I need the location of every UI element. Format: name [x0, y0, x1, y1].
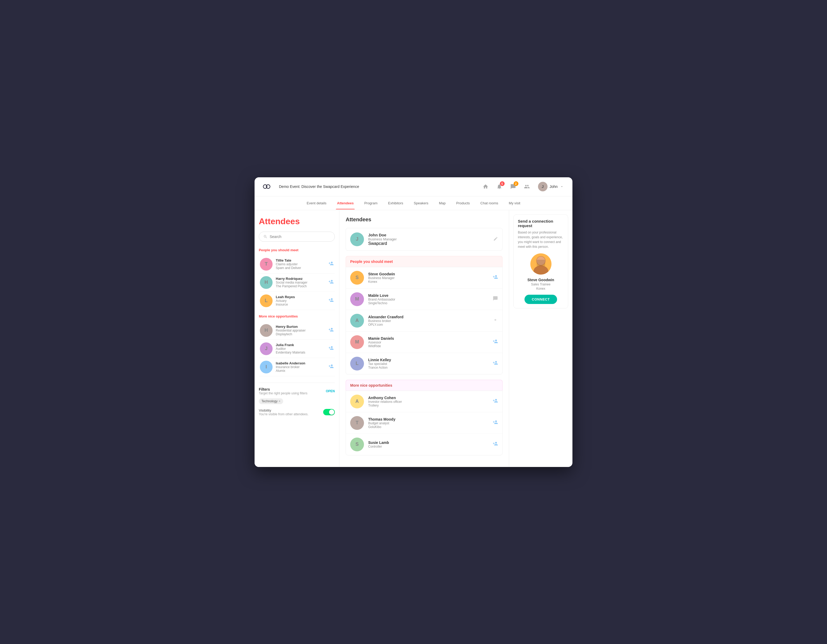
attendee-info: Alexander Crawford Business broker OPLY.… [368, 315, 488, 327]
person-info: Henry Burton Residential appraiser Displ… [276, 325, 325, 336]
person-name: Henry Burton [276, 325, 325, 328]
attendee-action-icon[interactable] [493, 398, 498, 405]
search-box[interactable] [259, 231, 335, 242]
attendee-info: Anthony Cohen Investor relations officer… [368, 395, 488, 407]
user-avatar: J [538, 182, 548, 191]
table-row[interactable]: M Mamie Daniels Assessor WildRide [346, 331, 502, 353]
list-item[interactable]: H Harry Rodriquez Social media manager T… [259, 274, 335, 292]
people-section-meet: People you should meet S Steve Goodwin B… [346, 256, 502, 375]
filter-tag-remove[interactable]: × [279, 399, 281, 403]
attendee-name: Mamie Daniels [368, 336, 488, 341]
list-item[interactable]: J Julia Frank Auditor Evidentiary Materi… [259, 340, 335, 358]
attendee-role: Investor relations officer [368, 400, 488, 403]
attendee-action-icon[interactable] [493, 296, 498, 302]
list-item[interactable]: H Henry Burton Residential appraiser Dis… [259, 322, 335, 340]
connection-person-role: Sales Trainee [518, 283, 564, 286]
table-row[interactable]: L Linnie Kelley Tax specialist Trance Ac… [346, 353, 502, 374]
nav-my-visit[interactable]: My visit [508, 197, 521, 209]
svg-point-0 [495, 319, 496, 321]
add-contact-icon[interactable] [328, 364, 334, 370]
connection-card-title: Send a connection request [518, 219, 564, 228]
person-company: Spam and Deliver [276, 266, 325, 270]
attendee-action-icon[interactable] [493, 317, 498, 324]
nav-map[interactable]: Map [438, 197, 446, 209]
attendee-role: Assessor [368, 341, 488, 344]
search-input[interactable] [270, 234, 330, 239]
messages-button[interactable]: 2 [508, 182, 518, 191]
nav-products[interactable]: Products [455, 197, 471, 209]
nav-chat-rooms[interactable]: Chat rooms [479, 197, 499, 209]
visibility-info: Visibility You're visible from other att… [259, 408, 308, 416]
people-button[interactable] [522, 182, 532, 191]
list-item[interactable]: T Tillie Tate Claims adjuster Spam and D… [259, 255, 335, 274]
attendee-action-icon[interactable] [493, 441, 498, 448]
add-contact-icon[interactable] [328, 297, 334, 304]
current-user-company: Swapcard [368, 241, 489, 246]
connection-card-desc: Based on your professional interests, go… [518, 230, 564, 249]
table-row[interactable]: T Thomas Moody Budget analyst GoluKibo [346, 413, 502, 434]
attendee-name: Anthony Cohen [368, 395, 488, 400]
main-content: Attendees People you should meet T Tilli… [254, 210, 573, 467]
list-item[interactable]: I Isabelle Anderson Insurance broker Alu… [259, 358, 335, 376]
table-row[interactable]: M Mable Love Brand Ambassador SingleTech… [346, 289, 502, 310]
avatar: H [260, 276, 273, 289]
person-role: Insurance broker [276, 365, 325, 369]
filter-open-button[interactable]: OPEN [326, 389, 335, 393]
nav-event-details[interactable]: Event details [306, 197, 328, 209]
user-menu[interactable]: J John [536, 181, 566, 192]
nav-program[interactable]: Program [363, 197, 379, 209]
table-row[interactable]: A Anthony Cohen Investor relations offic… [346, 391, 502, 413]
sidebar-section-meet-label: People you should meet [259, 248, 335, 252]
person-name: Leah Reyes [276, 295, 325, 299]
filter-subtitle: Target the right people using filters [259, 391, 307, 395]
add-contact-icon[interactable] [328, 345, 334, 352]
event-title: Demo Event: Discover the Swapcard Experi… [279, 184, 476, 189]
attendee-avatar: M [350, 292, 364, 306]
current-user-card[interactable]: J John Doe Business Manager Swapcard [346, 228, 502, 251]
table-row[interactable]: S Susie Lamb Controller [346, 434, 502, 455]
people-section-more-header: More nice opportunities [346, 380, 502, 391]
attendee-name: Linnie Kelley [368, 358, 488, 362]
notifications-button[interactable]: 5 [495, 182, 504, 191]
attendee-name: Mable Love [368, 293, 488, 298]
attendee-action-icon[interactable] [493, 274, 498, 281]
filter-title: Filters [259, 387, 307, 391]
person-info: Harry Rodriquez Social media manager The… [276, 277, 325, 288]
add-contact-icon[interactable] [328, 279, 334, 286]
top-bar: Demo Event: Discover the Swapcard Experi… [254, 177, 573, 196]
list-item[interactable]: L Leah Reyes Actuary Insource [259, 292, 335, 310]
sidebar: Attendees People you should meet T Tilli… [254, 210, 339, 467]
nav-attendees[interactable]: Attendees [336, 197, 355, 209]
top-icons: 5 2 J John [481, 181, 566, 192]
edit-profile-button[interactable] [493, 236, 498, 242]
attendee-avatar: S [350, 271, 364, 284]
attendee-info: Susie Lamb Controller [368, 441, 488, 449]
filter-header: Filters Target the right people using fi… [259, 387, 335, 395]
attendee-action-icon[interactable] [493, 419, 498, 426]
nav-speakers[interactable]: Speakers [413, 197, 429, 209]
attendee-name: Thomas Moody [368, 417, 488, 421]
attendee-action-icon[interactable] [493, 360, 498, 367]
center-meet-list: S Steve Goodwin Business Manager Konex M… [346, 267, 502, 375]
attendee-action-icon[interactable] [493, 339, 498, 345]
person-company: Insource [276, 303, 325, 306]
attendee-avatar: S [350, 438, 364, 451]
add-contact-icon[interactable] [328, 327, 334, 334]
people-section-meet-header: People you should meet [346, 256, 502, 267]
visibility-toggle[interactable] [323, 409, 335, 415]
table-row[interactable]: S Steve Goodwin Business Manager Konex [346, 267, 502, 289]
person-company: Alumix [276, 369, 325, 373]
visibility-row: Visibility You're visible from other att… [259, 408, 335, 416]
attendee-role: Business Manager [368, 276, 488, 280]
add-contact-icon[interactable] [328, 261, 334, 267]
table-row[interactable]: A Alexander Crawford Business broker OPL… [346, 310, 502, 331]
logo [261, 184, 270, 189]
attendee-info: Steve Goodwin Business Manager Konex [368, 272, 488, 284]
sidebar-filters: Filters Target the right people using fi… [259, 383, 335, 416]
current-user-name: John Doe [368, 233, 489, 237]
avatar: T [260, 258, 273, 270]
nav-exhibitors[interactable]: Exhibitors [387, 197, 404, 209]
person-role: Auditor [276, 347, 325, 351]
home-button[interactable] [481, 182, 490, 191]
connect-button[interactable]: CONNECT [524, 295, 557, 304]
